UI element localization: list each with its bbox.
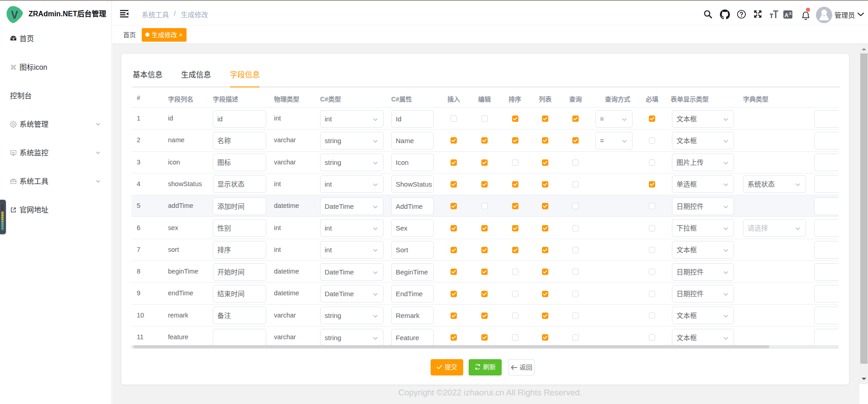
- svg-text:V: V: [11, 9, 18, 21]
- svg-text:A: A: [785, 12, 789, 19]
